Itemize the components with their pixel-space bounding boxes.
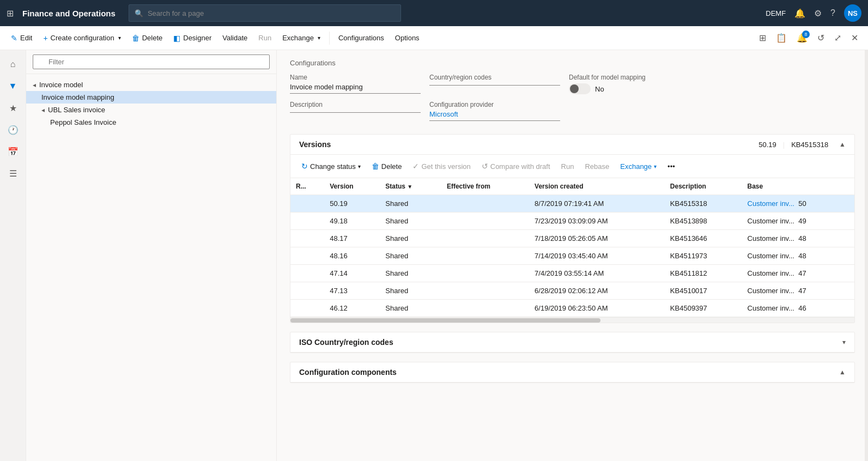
edit-button[interactable]: ✎ Edit — [7, 31, 37, 46]
cell-r — [290, 213, 324, 230]
exchange-button[interactable]: Exchange ▾ — [278, 31, 325, 45]
col-version-created[interactable]: Version created — [529, 178, 665, 195]
cell-status: Shared — [380, 265, 441, 282]
compare-with-draft-button[interactable]: ↺ Compare with draft — [477, 159, 555, 173]
cell-r — [290, 247, 324, 265]
search-input[interactable] — [148, 9, 395, 17]
cell-version-created: 6/19/2019 06:23:50 AM — [529, 300, 665, 317]
cell-r — [290, 300, 324, 317]
configurations-button[interactable]: Configurations — [334, 31, 389, 45]
cell-version: 46.12 — [324, 300, 380, 317]
cell-effective-from — [441, 195, 529, 213]
tree-item-peppol[interactable]: Peppol Sales Invoice — [26, 116, 276, 129]
rebase-button[interactable]: Rebase — [580, 160, 614, 173]
breadcrumb: Configurations — [290, 59, 855, 67]
cell-status: Shared — [380, 213, 441, 230]
sidebar-clock-icon[interactable]: 🕐 — [3, 120, 23, 139]
popout-icon-btn[interactable]: ⤢ — [831, 29, 845, 46]
cell-version: 47.14 — [324, 265, 380, 282]
iso-section: ISO Country/region codes ▾ — [290, 332, 855, 353]
more-icon: ••• — [667, 162, 675, 171]
iso-section-header[interactable]: ISO Country/region codes ▾ — [290, 332, 854, 353]
compare-icon: ↺ — [482, 162, 488, 171]
sidebar-filter-icon[interactable]: ▼ — [3, 76, 23, 96]
col-version[interactable]: Version — [324, 178, 380, 195]
default-field: Default for model mapping No — [569, 74, 855, 94]
filter-input[interactable] — [33, 54, 270, 69]
tree-item-invoice-model[interactable]: ◂ Invoice model — [26, 78, 276, 91]
provider-link[interactable]: Microsoft — [429, 110, 458, 118]
col-r: R... — [290, 178, 324, 195]
versions-delete-button[interactable]: 🗑 Delete — [367, 159, 406, 173]
cell-description: KB4513898 — [665, 213, 742, 230]
name-field: Name Invoice model mapping — [290, 74, 421, 94]
waffle-icon[interactable]: ⊞ — [7, 8, 14, 19]
cell-effective-from — [441, 300, 529, 317]
settings-icon[interactable]: ⚙ — [814, 8, 822, 19]
validate-button[interactable]: Validate — [218, 31, 252, 45]
cell-version-created: 7/23/2019 03:09:09 AM — [529, 213, 665, 230]
table-row[interactable]: 47.13 Shared 6/28/2019 02:06:12 AM KB451… — [290, 282, 854, 300]
sidebar-home-icon[interactable]: ⌂ — [3, 54, 23, 74]
cell-version-created: 7/18/2019 05:26:05 AM — [529, 230, 665, 247]
cmd-separator-1 — [329, 32, 330, 45]
col-effective-from[interactable]: Effective from — [441, 178, 529, 195]
cell-effective-from — [441, 265, 529, 282]
versions-table-scroll[interactable]: R... Version Status ▼ Effective from Ver… — [290, 178, 854, 317]
versions-exchange-button[interactable]: Exchange ▾ — [616, 160, 661, 173]
versions-table: R... Version Status ▼ Effective from Ver… — [290, 178, 854, 317]
close-icon-btn[interactable]: ✕ — [848, 29, 861, 46]
avatar[interactable]: NS — [844, 4, 861, 22]
col-status[interactable]: Status ▼ — [380, 178, 441, 195]
notification-badge-btn[interactable]: 🔔8 — [793, 29, 811, 46]
default-toggle[interactable] — [569, 83, 591, 94]
refresh-icon-btn[interactable]: ↺ — [814, 29, 828, 46]
create-config-chevron-icon: ▾ — [118, 35, 121, 41]
cell-version: 50.19 — [324, 195, 380, 213]
table-row[interactable]: 46.12 Shared 6/19/2019 06:23:50 AM KB450… — [290, 300, 854, 317]
help-icon[interactable]: ? — [830, 8, 835, 18]
sidebar-list-icon[interactable]: ☰ — [3, 163, 23, 183]
iso-chevron-icon: ▾ — [842, 338, 846, 346]
table-row[interactable]: 48.16 Shared 7/14/2019 03:45:40 AM KB451… — [290, 247, 854, 265]
versions-scrollbar[interactable] — [290, 317, 854, 323]
cell-base: Customer inv... 49 — [742, 213, 854, 230]
view-icon-btn[interactable]: 📋 — [773, 29, 790, 46]
filter-icon-btn[interactable]: ⊞ — [756, 29, 769, 46]
cell-description: KB4511973 — [665, 247, 742, 265]
get-this-version-button[interactable]: ✓ Get this version — [408, 159, 475, 173]
tree-item-invoice-model-mapping[interactable]: Invoice model mapping — [26, 91, 276, 104]
options-button[interactable]: Options — [391, 31, 424, 45]
cell-base: Customer inv... 47 — [742, 282, 854, 300]
edit-icon: ✎ — [11, 34, 17, 43]
designer-button[interactable]: ◧ Designer — [169, 31, 216, 46]
cell-version: 49.18 — [324, 213, 380, 230]
sidebar-calendar-icon[interactable]: 📅 — [3, 142, 23, 161]
col-base[interactable]: Base — [742, 178, 854, 195]
versions-run-button[interactable]: Run — [557, 160, 579, 173]
versions-badge-kb: KB4515318 — [791, 141, 828, 149]
table-row[interactable]: 47.14 Shared 7/4/2019 03:55:14 AM KB4511… — [290, 265, 854, 282]
cell-status: Shared — [380, 282, 441, 300]
table-row[interactable]: 48.17 Shared 7/18/2019 05:26:05 AM KB451… — [290, 230, 854, 247]
cell-base: Customer inv... 46 — [742, 300, 854, 317]
col-description[interactable]: Description — [665, 178, 742, 195]
more-options-button[interactable]: ••• — [663, 160, 679, 173]
components-section-header[interactable]: Configuration components ▲ — [290, 362, 854, 383]
exchange-chevron-icon: ▾ — [318, 35, 320, 41]
versions-section-header[interactable]: Versions 50.19 | KB4515318 ▲ — [290, 135, 854, 155]
table-row[interactable]: 49.18 Shared 7/23/2019 03:09:09 AM KB451… — [290, 213, 854, 230]
sidebar-star-icon[interactable]: ★ — [3, 98, 23, 118]
components-chevron-icon: ▲ — [839, 368, 846, 376]
change-status-button[interactable]: ↻ Change status ▾ — [297, 159, 365, 173]
cell-effective-from — [441, 230, 529, 247]
table-row[interactable]: 50.19 Shared 8/7/2019 07:19:41 AM KB4515… — [290, 195, 854, 213]
notification-icon[interactable]: 🔔 — [794, 8, 805, 19]
tree-item-ubl-sales[interactable]: ◂ UBL Sales invoice — [26, 104, 276, 116]
cell-r — [290, 282, 324, 300]
cell-status: Shared — [380, 300, 441, 317]
create-config-button[interactable]: + Create configuration ▾ — [39, 31, 125, 46]
delete-button[interactable]: 🗑 Delete — [128, 31, 167, 46]
search-bar[interactable]: 🔍 — [129, 4, 401, 22]
run-button[interactable]: Run — [254, 31, 276, 45]
